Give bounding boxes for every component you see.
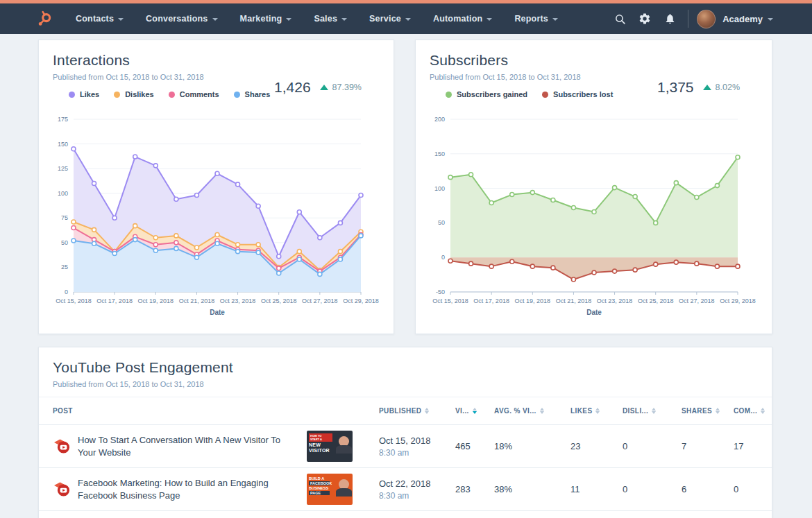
- sort-carets-icon[interactable]: [716, 408, 720, 414]
- sort-carets-icon[interactable]: [595, 408, 600, 414]
- nav-item-label: Contacts: [76, 14, 114, 24]
- published-date: Oct 22, 2018: [379, 478, 455, 489]
- svg-text:Oct 23, 2018: Oct 23, 2018: [597, 297, 633, 304]
- table-row[interactable]: How To Start A Conversation With A New V…: [39, 425, 772, 468]
- comments-value: 0: [734, 484, 758, 494]
- column-header-avgvi[interactable]: AVG. % VI...: [494, 407, 570, 415]
- views-value: 283: [455, 484, 494, 494]
- post-title[interactable]: Facebook Marketing: How to Build an Enga…: [78, 477, 298, 501]
- sort-carets-icon[interactable]: [540, 408, 544, 414]
- nav-item-label: Marketing: [240, 14, 282, 24]
- legend-label: Dislikes: [125, 90, 154, 98]
- engagement-table-body: How To Start A Conversation With A New V…: [39, 425, 772, 511]
- svg-text:Oct 21, 2018: Oct 21, 2018: [179, 297, 215, 304]
- svg-text:Oct 23, 2018: Oct 23, 2018: [220, 297, 256, 304]
- thumbnail-face: [339, 436, 349, 447]
- nav-item-service[interactable]: Service: [358, 3, 422, 34]
- svg-text:Oct 19, 2018: Oct 19, 2018: [138, 297, 174, 304]
- engagement-table-header: POSTPUBLISHED VI... AVG. % VI... LIKES D…: [39, 397, 772, 425]
- nav-item-label: Service: [369, 14, 401, 24]
- subscribers-total: 1,375 8.02%: [657, 79, 740, 96]
- column-header-shares[interactable]: SHARES: [682, 407, 734, 415]
- nav-item-marketing[interactable]: Marketing: [229, 3, 303, 34]
- published-time: 8:30 am: [379, 491, 455, 501]
- column-label: POST: [53, 407, 73, 415]
- table-row[interactable]: Facebook Marketing: How to Build an Enga…: [39, 468, 772, 511]
- interactions-total: 1,426 87.39%: [274, 79, 362, 96]
- svg-text:0: 0: [441, 254, 445, 261]
- trend-up-icon: [320, 85, 328, 90]
- card-date-range: Published from Oct 15, 2018 to Oct 31, 2…: [53, 380, 758, 388]
- svg-text:Oct 17, 2018: Oct 17, 2018: [473, 297, 509, 304]
- chevron-down-icon: [286, 18, 291, 21]
- nav-divider: [688, 10, 688, 28]
- nav-item-label: Sales: [314, 14, 337, 24]
- likes-value: 23: [570, 441, 623, 451]
- stat-change: 8.02%: [703, 83, 740, 92]
- svg-text:100: 100: [434, 185, 445, 192]
- chevron-down-icon: [552, 18, 558, 21]
- subscribers-report-card: Subscribers Published from Oct 15, 2018 …: [415, 40, 772, 334]
- thumbnail-text: HOW TO START A: [309, 433, 332, 442]
- nav-item-conversations[interactable]: Conversations: [135, 3, 228, 34]
- hubspot-logo-icon[interactable]: [35, 10, 53, 28]
- stat-percent: 87.39%: [332, 83, 362, 92]
- svg-text:Oct 25, 2018: Oct 25, 2018: [638, 297, 674, 304]
- sort-carets-icon[interactable]: [652, 408, 656, 414]
- nav-item-contacts[interactable]: Contacts: [65, 3, 135, 34]
- column-header-likes[interactable]: LIKES: [570, 407, 623, 415]
- legend-label: Shares: [245, 90, 271, 98]
- shares-value: 6: [682, 484, 734, 494]
- svg-text:Oct 29, 2018: Oct 29, 2018: [343, 297, 379, 304]
- likes-value: 11: [570, 484, 623, 494]
- legend-label: Likes: [80, 90, 99, 98]
- card-title: Subscribers: [430, 52, 758, 69]
- thumbnail-text: FACEBOOK: [309, 481, 330, 485]
- svg-text:75: 75: [61, 214, 68, 221]
- video-thumbnail: BUILD AFACEBOOKBUSINESSPAGE: [307, 474, 353, 505]
- legend-color-dot: [69, 92, 75, 98]
- column-header-vi[interactable]: VI...: [455, 407, 494, 415]
- svg-text:Oct 19, 2018: Oct 19, 2018: [515, 297, 551, 304]
- card-title: YouTube Post Engagement: [53, 359, 758, 376]
- dislikes-value: 0: [623, 441, 682, 451]
- legend-item: Dislikes: [114, 90, 154, 98]
- svg-text:Date: Date: [210, 309, 225, 316]
- column-label: DISLI...: [623, 407, 648, 415]
- column-header-disli[interactable]: DISLI...: [623, 407, 682, 415]
- account-menu[interactable]: Academy: [722, 14, 773, 24]
- sort-carets-icon[interactable]: [761, 408, 765, 414]
- youtube-academy-icon: [53, 480, 72, 499]
- account-label: Academy: [722, 14, 763, 24]
- svg-text:-50: -50: [436, 288, 445, 295]
- user-avatar[interactable]: [697, 10, 716, 28]
- nav-item-reports[interactable]: Reports: [503, 3, 569, 34]
- svg-text:Oct 25, 2018: Oct 25, 2018: [261, 297, 297, 304]
- svg-text:Oct 21, 2018: Oct 21, 2018: [556, 297, 592, 304]
- column-label: PUBLISHED: [379, 407, 421, 415]
- post-title[interactable]: How To Start A Conversation With A New V…: [78, 434, 298, 458]
- column-header-com[interactable]: COM...: [734, 407, 765, 415]
- settings-gear-icon[interactable]: [632, 6, 657, 31]
- sort-carets-icon[interactable]: [473, 408, 477, 414]
- notifications-bell-icon[interactable]: [657, 6, 682, 31]
- youtube-academy-icon: [53, 437, 72, 456]
- video-thumbnail: HOW TO START ANEWVISITOR: [307, 431, 353, 462]
- nav-item-automation[interactable]: Automation: [422, 3, 503, 34]
- trend-up-icon: [703, 85, 711, 90]
- thumbnail-text: BUSINESS: [309, 486, 334, 490]
- published-cell: Oct 15, 2018 8:30 am: [379, 435, 455, 458]
- sort-carets-icon[interactable]: [425, 408, 429, 414]
- nav-right-group: Academy: [607, 6, 773, 31]
- thumbnail-text: BUILD A: [309, 476, 334, 481]
- svg-text:150: 150: [58, 141, 68, 148]
- chevron-down-icon: [212, 18, 218, 21]
- nav-item-label: Reports: [514, 14, 548, 24]
- search-icon[interactable]: [607, 6, 632, 31]
- legend-label: Subscribers gained: [457, 90, 527, 98]
- legend-item: Comments: [169, 90, 219, 98]
- column-header-published[interactable]: PUBLISHED: [379, 407, 455, 415]
- chevron-down-icon: [405, 18, 411, 21]
- nav-item-sales[interactable]: Sales: [303, 3, 358, 34]
- stat-value: 1,375: [657, 79, 694, 96]
